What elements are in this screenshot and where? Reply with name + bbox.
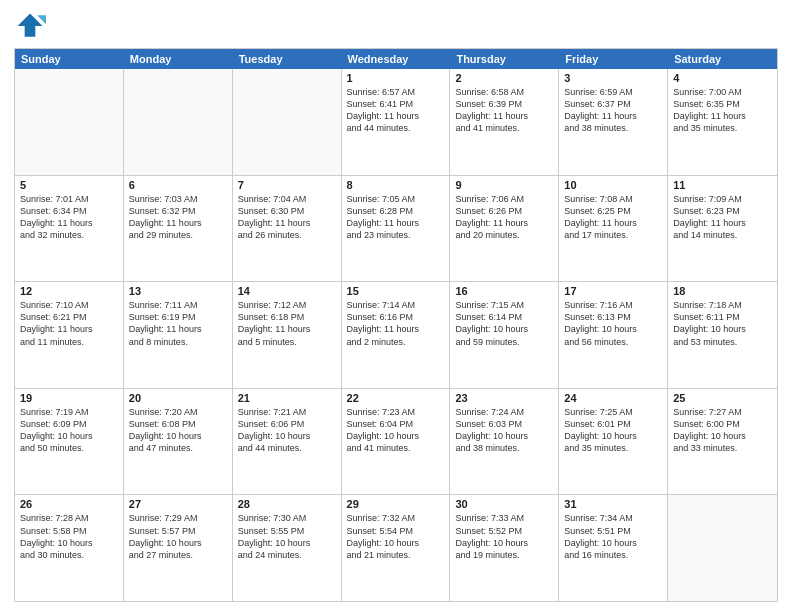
day-info: Sunrise: 7:18 AM Sunset: 6:11 PM Dayligh… (673, 299, 772, 348)
day-info: Sunrise: 7:14 AM Sunset: 6:16 PM Dayligh… (347, 299, 445, 348)
empty-cell-r4c6 (668, 495, 777, 601)
day-number: 11 (673, 179, 772, 191)
day-info: Sunrise: 7:19 AM Sunset: 6:09 PM Dayligh… (20, 406, 118, 455)
day-info: Sunrise: 7:27 AM Sunset: 6:00 PM Dayligh… (673, 406, 772, 455)
day-cell-16: 16Sunrise: 7:15 AM Sunset: 6:14 PM Dayli… (450, 282, 559, 388)
weekday-header-sunday: Sunday (15, 49, 124, 69)
day-number: 9 (455, 179, 553, 191)
calendar-row-4: 26Sunrise: 7:28 AM Sunset: 5:58 PM Dayli… (15, 494, 777, 601)
calendar-row-1: 5Sunrise: 7:01 AM Sunset: 6:34 PM Daylig… (15, 175, 777, 282)
empty-cell-r0c1 (124, 69, 233, 175)
day-cell-27: 27Sunrise: 7:29 AM Sunset: 5:57 PM Dayli… (124, 495, 233, 601)
day-number: 26 (20, 498, 118, 510)
day-cell-3: 3Sunrise: 6:59 AM Sunset: 6:37 PM Daylig… (559, 69, 668, 175)
calendar-row-2: 12Sunrise: 7:10 AM Sunset: 6:21 PM Dayli… (15, 281, 777, 388)
day-cell-10: 10Sunrise: 7:08 AM Sunset: 6:25 PM Dayli… (559, 176, 668, 282)
day-info: Sunrise: 7:15 AM Sunset: 6:14 PM Dayligh… (455, 299, 553, 348)
day-info: Sunrise: 7:04 AM Sunset: 6:30 PM Dayligh… (238, 193, 336, 242)
weekday-header-tuesday: Tuesday (233, 49, 342, 69)
day-info: Sunrise: 6:59 AM Sunset: 6:37 PM Dayligh… (564, 86, 662, 135)
day-cell-23: 23Sunrise: 7:24 AM Sunset: 6:03 PM Dayli… (450, 389, 559, 495)
day-info: Sunrise: 7:00 AM Sunset: 6:35 PM Dayligh… (673, 86, 772, 135)
calendar-row-3: 19Sunrise: 7:19 AM Sunset: 6:09 PM Dayli… (15, 388, 777, 495)
day-number: 19 (20, 392, 118, 404)
day-cell-17: 17Sunrise: 7:16 AM Sunset: 6:13 PM Dayli… (559, 282, 668, 388)
day-number: 12 (20, 285, 118, 297)
day-cell-7: 7Sunrise: 7:04 AM Sunset: 6:30 PM Daylig… (233, 176, 342, 282)
day-number: 20 (129, 392, 227, 404)
day-cell-24: 24Sunrise: 7:25 AM Sunset: 6:01 PM Dayli… (559, 389, 668, 495)
day-number: 28 (238, 498, 336, 510)
day-cell-29: 29Sunrise: 7:32 AM Sunset: 5:54 PM Dayli… (342, 495, 451, 601)
weekday-header-monday: Monday (124, 49, 233, 69)
day-number: 7 (238, 179, 336, 191)
day-info: Sunrise: 6:58 AM Sunset: 6:39 PM Dayligh… (455, 86, 553, 135)
day-number: 14 (238, 285, 336, 297)
day-number: 10 (564, 179, 662, 191)
day-info: Sunrise: 7:20 AM Sunset: 6:08 PM Dayligh… (129, 406, 227, 455)
calendar-row-0: 1Sunrise: 6:57 AM Sunset: 6:41 PM Daylig… (15, 69, 777, 175)
day-cell-26: 26Sunrise: 7:28 AM Sunset: 5:58 PM Dayli… (15, 495, 124, 601)
logo-icon (14, 10, 46, 42)
day-number: 15 (347, 285, 445, 297)
day-cell-5: 5Sunrise: 7:01 AM Sunset: 6:34 PM Daylig… (15, 176, 124, 282)
day-info: Sunrise: 7:16 AM Sunset: 6:13 PM Dayligh… (564, 299, 662, 348)
day-number: 1 (347, 72, 445, 84)
day-info: Sunrise: 7:05 AM Sunset: 6:28 PM Dayligh… (347, 193, 445, 242)
day-number: 18 (673, 285, 772, 297)
day-number: 23 (455, 392, 553, 404)
day-number: 24 (564, 392, 662, 404)
day-cell-21: 21Sunrise: 7:21 AM Sunset: 6:06 PM Dayli… (233, 389, 342, 495)
calendar-body: 1Sunrise: 6:57 AM Sunset: 6:41 PM Daylig… (15, 69, 777, 601)
day-cell-8: 8Sunrise: 7:05 AM Sunset: 6:28 PM Daylig… (342, 176, 451, 282)
day-info: Sunrise: 7:30 AM Sunset: 5:55 PM Dayligh… (238, 512, 336, 561)
day-info: Sunrise: 7:32 AM Sunset: 5:54 PM Dayligh… (347, 512, 445, 561)
day-info: Sunrise: 7:25 AM Sunset: 6:01 PM Dayligh… (564, 406, 662, 455)
weekday-header-saturday: Saturday (668, 49, 777, 69)
day-cell-15: 15Sunrise: 7:14 AM Sunset: 6:16 PM Dayli… (342, 282, 451, 388)
day-info: Sunrise: 7:09 AM Sunset: 6:23 PM Dayligh… (673, 193, 772, 242)
day-cell-20: 20Sunrise: 7:20 AM Sunset: 6:08 PM Dayli… (124, 389, 233, 495)
day-info: Sunrise: 7:01 AM Sunset: 6:34 PM Dayligh… (20, 193, 118, 242)
day-info: Sunrise: 7:24 AM Sunset: 6:03 PM Dayligh… (455, 406, 553, 455)
day-number: 17 (564, 285, 662, 297)
day-info: Sunrise: 7:23 AM Sunset: 6:04 PM Dayligh… (347, 406, 445, 455)
day-number: 3 (564, 72, 662, 84)
day-cell-6: 6Sunrise: 7:03 AM Sunset: 6:32 PM Daylig… (124, 176, 233, 282)
day-cell-28: 28Sunrise: 7:30 AM Sunset: 5:55 PM Dayli… (233, 495, 342, 601)
svg-marker-0 (18, 14, 43, 37)
day-info: Sunrise: 6:57 AM Sunset: 6:41 PM Dayligh… (347, 86, 445, 135)
day-cell-22: 22Sunrise: 7:23 AM Sunset: 6:04 PM Dayli… (342, 389, 451, 495)
calendar: SundayMondayTuesdayWednesdayThursdayFrid… (14, 48, 778, 602)
day-cell-2: 2Sunrise: 6:58 AM Sunset: 6:39 PM Daylig… (450, 69, 559, 175)
page: SundayMondayTuesdayWednesdayThursdayFrid… (0, 0, 792, 612)
day-number: 25 (673, 392, 772, 404)
weekday-header-wednesday: Wednesday (342, 49, 451, 69)
day-info: Sunrise: 7:29 AM Sunset: 5:57 PM Dayligh… (129, 512, 227, 561)
day-info: Sunrise: 7:06 AM Sunset: 6:26 PM Dayligh… (455, 193, 553, 242)
header (14, 10, 778, 42)
day-number: 31 (564, 498, 662, 510)
day-cell-9: 9Sunrise: 7:06 AM Sunset: 6:26 PM Daylig… (450, 176, 559, 282)
day-cell-18: 18Sunrise: 7:18 AM Sunset: 6:11 PM Dayli… (668, 282, 777, 388)
day-number: 4 (673, 72, 772, 84)
day-cell-4: 4Sunrise: 7:00 AM Sunset: 6:35 PM Daylig… (668, 69, 777, 175)
day-cell-13: 13Sunrise: 7:11 AM Sunset: 6:19 PM Dayli… (124, 282, 233, 388)
day-cell-30: 30Sunrise: 7:33 AM Sunset: 5:52 PM Dayli… (450, 495, 559, 601)
day-number: 22 (347, 392, 445, 404)
day-info: Sunrise: 7:33 AM Sunset: 5:52 PM Dayligh… (455, 512, 553, 561)
day-cell-25: 25Sunrise: 7:27 AM Sunset: 6:00 PM Dayli… (668, 389, 777, 495)
day-number: 27 (129, 498, 227, 510)
day-number: 8 (347, 179, 445, 191)
day-cell-1: 1Sunrise: 6:57 AM Sunset: 6:41 PM Daylig… (342, 69, 451, 175)
day-number: 16 (455, 285, 553, 297)
day-info: Sunrise: 7:21 AM Sunset: 6:06 PM Dayligh… (238, 406, 336, 455)
day-info: Sunrise: 7:34 AM Sunset: 5:51 PM Dayligh… (564, 512, 662, 561)
weekday-header-friday: Friday (559, 49, 668, 69)
weekday-header-thursday: Thursday (450, 49, 559, 69)
day-number: 5 (20, 179, 118, 191)
day-info: Sunrise: 7:12 AM Sunset: 6:18 PM Dayligh… (238, 299, 336, 348)
day-number: 13 (129, 285, 227, 297)
calendar-header: SundayMondayTuesdayWednesdayThursdayFrid… (15, 49, 777, 69)
day-cell-19: 19Sunrise: 7:19 AM Sunset: 6:09 PM Dayli… (15, 389, 124, 495)
